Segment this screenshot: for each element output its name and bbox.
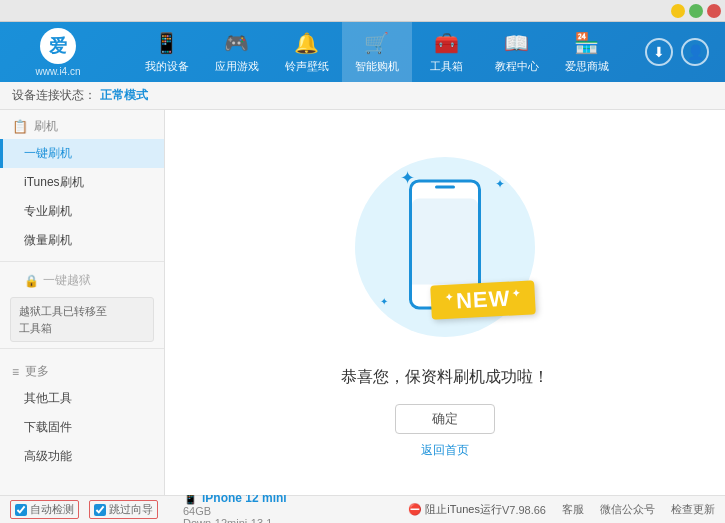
sidebar-item-other-tools[interactable]: 其他工具 <box>0 384 164 413</box>
itunes-flash-label: iTunes刷机 <box>24 175 84 189</box>
nav-mall[interactable]: 🏪 爱思商城 <box>552 22 622 82</box>
stop-itunes-icon: ⛔ <box>408 503 422 516</box>
tutorial-icon: 📖 <box>504 31 529 55</box>
sidebar-item-advanced[interactable]: 高级功能 <box>0 442 164 471</box>
nav-my-device[interactable]: 📱 我的设备 <box>132 22 202 82</box>
header: 爱 www.i4.cn 📱 我的设备 🎮 应用游戏 🔔 铃声壁纸 🛒 智能购机 … <box>0 22 725 82</box>
stop-itunes-button[interactable]: ⛔ 阻止iTunes运行 <box>408 502 502 517</box>
nav-toolbox[interactable]: 🧰 工具箱 <box>412 22 482 82</box>
phone-screen <box>412 198 478 284</box>
one-click-flash-label: 一键刷机 <box>24 146 72 160</box>
skip-wizard-label[interactable]: 跳过向导 <box>89 500 158 519</box>
smart-shop-icon: 🛒 <box>364 31 389 55</box>
more-section-icon: ≡ <box>12 365 19 379</box>
pro-flash-label: 专业刷机 <box>24 204 72 218</box>
maximize-button[interactable] <box>689 4 703 18</box>
header-right: ⬇ 👤 <box>645 38 717 66</box>
bottom-right: V7.98.66 客服 微信公众号 检查更新 <box>502 502 715 517</box>
status-label: 设备连接状态： <box>12 87 96 104</box>
sidebar-notice: 越狱工具已转移至工具箱 <box>10 297 154 342</box>
download-firmware-label: 下载固件 <box>24 420 72 434</box>
auto-connect-checkbox[interactable] <box>15 504 27 516</box>
nav-toolbox-label: 工具箱 <box>430 59 463 74</box>
sparkle-2: ✦ <box>495 177 505 191</box>
flash-section-label: 刷机 <box>34 118 58 135</box>
check-update-link[interactable]: 检查更新 <box>671 502 715 517</box>
nav-apps-games[interactable]: 🎮 应用游戏 <box>202 22 272 82</box>
lock-icon: 🔒 <box>24 274 39 288</box>
other-tools-label: 其他工具 <box>24 391 72 405</box>
logo-icon: 爱 <box>40 28 76 64</box>
version-text: V7.98.66 <box>502 504 546 516</box>
sidebar-item-pro-flash[interactable]: 专业刷机 <box>0 197 164 226</box>
apps-games-icon: 🎮 <box>224 31 249 55</box>
main-layout: 📋 刷机 一键刷机 iTunes刷机 专业刷机 微量刷机 🔒 一键越狱 越狱工具… <box>0 110 725 495</box>
status-bar: 设备连接状态： 正常模式 <box>0 82 725 110</box>
sidebar-section-more: ≡ 更多 <box>0 355 164 384</box>
bottom-left: 自动检测 跳过向导 <box>10 500 175 519</box>
device-info: 📱 iPhone 12 mini 64GB Down-12mini-13,1 <box>175 491 408 524</box>
nav-ringtones[interactable]: 🔔 铃声壁纸 <box>272 22 342 82</box>
sidebar-item-recover-flash[interactable]: 微量刷机 <box>0 226 164 255</box>
stop-itunes-label: 阻止iTunes运行 <box>425 502 502 517</box>
nav-bar: 📱 我的设备 🎮 应用游戏 🔔 铃声壁纸 🛒 智能购机 🧰 工具箱 📖 教程中心… <box>108 22 645 82</box>
close-button[interactable] <box>707 4 721 18</box>
phone-illustration: ✦ ✦ ✦ NEW <box>345 147 545 347</box>
home-link[interactable]: 返回首页 <box>421 442 469 459</box>
confirm-button[interactable]: 确定 <box>395 404 495 434</box>
flash-section-icon: 📋 <box>12 119 28 134</box>
more-section-label: 更多 <box>25 363 49 380</box>
nav-mall-label: 爱思商城 <box>565 59 609 74</box>
nav-smart-shop-label: 智能购机 <box>355 59 399 74</box>
sidebar-divider-1 <box>0 261 164 262</box>
auto-connect-label[interactable]: 自动检测 <box>10 500 79 519</box>
bottom-bar: 自动检测 跳过向导 📱 iPhone 12 mini 64GB Down-12m… <box>0 495 725 523</box>
nav-ringtones-label: 铃声壁纸 <box>285 59 329 74</box>
jailbreak-label: 一键越狱 <box>43 272 91 289</box>
device-firmware: Down-12mini-13,1 <box>183 517 408 524</box>
nav-tutorial[interactable]: 📖 教程中心 <box>482 22 552 82</box>
sparkle-3: ✦ <box>380 296 388 307</box>
skip-wizard-checkbox[interactable] <box>94 504 106 516</box>
nav-tutorial-label: 教程中心 <box>495 59 539 74</box>
title-bar <box>0 0 725 22</box>
nav-smart-shop[interactable]: 🛒 智能购机 <box>342 22 412 82</box>
sidebar-locked-jailbreak: 🔒 一键越狱 <box>0 268 164 293</box>
auto-connect-text: 自动检测 <box>30 502 74 517</box>
status-value: 正常模式 <box>100 87 148 104</box>
user-button[interactable]: 👤 <box>681 38 709 66</box>
sidebar-item-download-firmware[interactable]: 下载固件 <box>0 413 164 442</box>
logo-area: 爱 www.i4.cn <box>8 28 108 77</box>
skip-wizard-text: 跳过向导 <box>109 502 153 517</box>
sidebar-divider-2 <box>0 348 164 349</box>
recover-flash-label: 微量刷机 <box>24 233 72 247</box>
sidebar-item-one-click-flash[interactable]: 一键刷机 <box>0 139 164 168</box>
customer-service-link[interactable]: 客服 <box>562 502 584 517</box>
minimize-button[interactable] <box>671 4 685 18</box>
sidebar-item-itunes-flash[interactable]: iTunes刷机 <box>0 168 164 197</box>
advanced-label: 高级功能 <box>24 449 72 463</box>
device-storage: 64GB <box>183 505 408 517</box>
sidebar-section-flash: 📋 刷机 <box>0 110 164 139</box>
my-device-icon: 📱 <box>154 31 179 55</box>
content-area: ✦ ✦ ✦ NEW 恭喜您，保资料刷机成功啦！ 确定 返回首页 <box>165 110 725 495</box>
ringtones-icon: 🔔 <box>294 31 319 55</box>
new-badge: NEW <box>430 280 536 319</box>
toolbox-icon: 🧰 <box>434 31 459 55</box>
nav-apps-games-label: 应用游戏 <box>215 59 259 74</box>
mall-icon: 🏪 <box>574 31 599 55</box>
download-button[interactable]: ⬇ <box>645 38 673 66</box>
nav-my-device-label: 我的设备 <box>145 59 189 74</box>
wechat-official-link[interactable]: 微信公众号 <box>600 502 655 517</box>
notice-text: 越狱工具已转移至工具箱 <box>19 305 107 334</box>
sidebar: 📋 刷机 一键刷机 iTunes刷机 专业刷机 微量刷机 🔒 一键越狱 越狱工具… <box>0 110 165 495</box>
success-text: 恭喜您，保资料刷机成功啦！ <box>341 367 549 388</box>
logo-url: www.i4.cn <box>35 66 80 77</box>
